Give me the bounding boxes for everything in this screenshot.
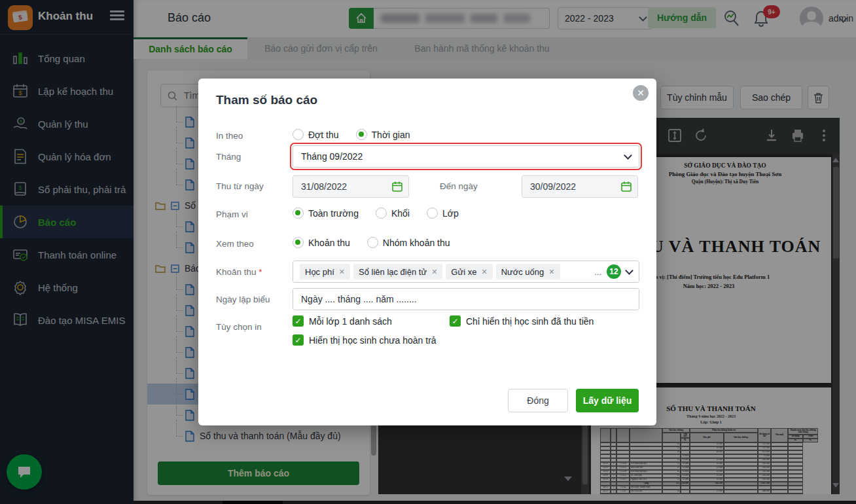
field-label-xem-theo: Xem theo [216, 239, 254, 249]
fee-chip[interactable]: Học phí✕ [300, 264, 350, 279]
fee-chip[interactable]: Sổ liên lạc điện tử✕ [353, 264, 442, 279]
radio-label: Thời gian [372, 130, 410, 140]
report-date-input[interactable]: Ngày .... tháng .... năm ........ [293, 288, 639, 310]
fee-chip-label: Học phí [305, 267, 334, 277]
radio-label: Toàn trường [308, 208, 359, 219]
radio-unselected[interactable] [293, 129, 304, 140]
radio-option[interactable]: Đợt thu [293, 129, 339, 140]
chips-overflow-ellipsis: ... [594, 267, 601, 277]
checkbox-label: Hiển thị học sinh chưa hoàn trả [309, 335, 437, 346]
field-label-ngay-lap-bieu: Ngày lập biểu [216, 295, 270, 304]
to-date-input[interactable]: 30/09/2022 [522, 175, 638, 198]
radio-option[interactable]: Khối [376, 207, 410, 219]
to-date-value: 30/09/2022 [530, 181, 576, 192]
radio-label: Nhóm khoản thu [383, 238, 450, 248]
from-date-input[interactable]: 31/08/2022 [293, 175, 409, 198]
month-select[interactable]: Tháng 09/2022 [293, 145, 639, 168]
chevron-down-icon [624, 151, 632, 160]
from-date-value: 31/08/2022 [301, 181, 347, 192]
report-date-value: Ngày .... tháng .... năm ........ [301, 294, 417, 304]
checkbox-checked[interactable]: ✓ [293, 334, 304, 346]
radio-selected[interactable] [293, 237, 304, 248]
close-button[interactable]: ✕ [633, 85, 649, 101]
fee-chip-label: Gửi xe [451, 267, 476, 277]
fee-multiselect[interactable]: Học phí✕Sổ liên lạc điện tử✕Gửi xe✕Nước … [293, 261, 639, 283]
fee-chip[interactable]: Nước uống✕ [496, 264, 560, 279]
field-label-in-theo: In theo [216, 131, 243, 141]
required-mark: * [259, 267, 262, 277]
app-window: $ Khoản thu Tổng quan$Lập kế hoạch thu$Q… [0, 0, 856, 504]
fetch-data-button[interactable]: Lấy dữ liệu [576, 389, 639, 412]
chip-remove-icon[interactable]: ✕ [481, 268, 487, 276]
radio-selected[interactable] [293, 207, 304, 219]
radio-option[interactable]: Thời gian [356, 129, 410, 140]
field-label-den-ngay: Đến ngày [440, 181, 478, 191]
chip-remove-icon[interactable]: ✕ [339, 268, 345, 276]
radio-unselected[interactable] [367, 237, 378, 248]
field-label-thu-tu-ngay: Thu từ ngày [216, 181, 264, 191]
print-option-checkbox[interactable]: ✓Chỉ hiển thị học sinh đã thu tiền [450, 315, 639, 327]
close-modal-button[interactable]: Đóng [508, 389, 568, 412]
calendar-icon [620, 181, 632, 192]
chip-remove-icon[interactable]: ✕ [431, 268, 437, 276]
radio-option[interactable]: Lớp [427, 207, 459, 219]
radio-option[interactable]: Khoản thu [293, 237, 350, 248]
checkbox-checked[interactable]: ✓ [450, 315, 461, 327]
checkbox-label: Mỗi lớp 1 danh sách [309, 316, 392, 327]
field-label-pham-vi: Phạm vi [216, 209, 248, 219]
print-options-group: ✓Mỗi lớp 1 danh sách✓Chỉ hiển thị học si… [293, 315, 646, 346]
print-option-checkbox[interactable]: ✓Mỗi lớp 1 danh sách [293, 315, 450, 327]
radio-label: Lớp [442, 208, 459, 219]
radio-label: Đợt thu [308, 130, 339, 140]
month-select-value: Tháng 09/2022 [301, 151, 363, 162]
fee-chip-label: Sổ liên lạc điện tử [359, 267, 427, 277]
radio-label: Khoản thu [308, 238, 350, 248]
fee-chip-label: Nước uống [501, 267, 544, 277]
pham-vi-radio-group: Toàn trườngKhốiLớp [293, 207, 459, 219]
calendar-icon [391, 181, 403, 192]
checkbox-label: Chỉ hiển thị học sinh đã thu tiền [466, 316, 594, 327]
radio-selected[interactable] [356, 129, 367, 140]
radio-unselected[interactable] [376, 207, 387, 219]
field-label-tuy-chon-in: Tùy chọn in [216, 322, 262, 332]
overflow-badge[interactable]: 12 [607, 264, 621, 279]
chip-remove-icon[interactable]: ✕ [548, 268, 554, 276]
radio-label: Khối [391, 208, 410, 219]
chevron-down-icon[interactable] [625, 266, 633, 275]
in-theo-radio-group: Đợt thuThời gian [293, 129, 410, 140]
fee-chip[interactable]: Gửi xe✕ [446, 264, 492, 279]
print-option-checkbox[interactable]: ✓Hiển thị học sinh chưa hoàn trả [293, 334, 633, 346]
field-label-thang: Tháng [216, 152, 241, 162]
report-parameters-modal: Tham số báo cáo ✕ In theo Đợt thuThời gi… [198, 79, 656, 425]
modal-title: Tham số báo cáo [216, 93, 317, 107]
checkbox-checked[interactable]: ✓ [293, 315, 304, 327]
field-label-khoan-thu: Khoản thu * [216, 267, 262, 277]
radio-option[interactable]: Toàn trường [293, 207, 359, 219]
radio-option[interactable]: Nhóm khoản thu [367, 237, 450, 248]
close-icon: ✕ [637, 88, 645, 98]
xem-theo-radio-group: Khoản thuNhóm khoản thu [293, 237, 450, 248]
radio-unselected[interactable] [427, 207, 438, 219]
